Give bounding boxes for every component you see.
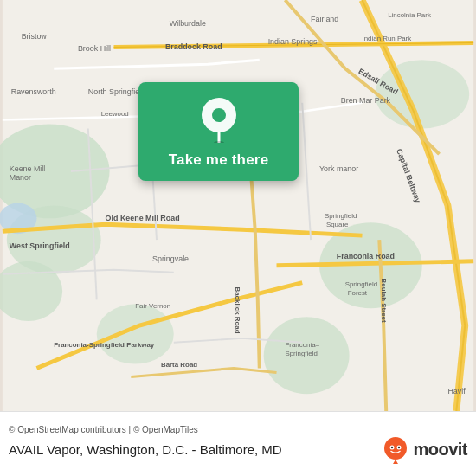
svg-point-5 [375, 60, 469, 128]
svg-text:Old Keene Mill Road: Old Keene Mill Road [106, 214, 180, 222]
svg-text:Beulah Street: Beulah Street [380, 279, 388, 323]
moovit-logo: moovit [382, 436, 467, 464]
map-background: Bristow Wilburdale Fairland Lincolnia Pa… [0, 0, 476, 411]
svg-text:West Springfield: West Springfield [10, 241, 70, 250]
svg-text:Bristow: Bristow [22, 32, 48, 41]
svg-text:Leewood: Leewood [101, 110, 129, 118]
location-card[interactable]: Take me there [138, 82, 299, 181]
svg-text:Springfield: Springfield [285, 350, 317, 357]
svg-text:Lincolnia Park: Lincolnia Park [388, 11, 431, 19]
svg-point-45 [214, 141, 224, 143]
svg-point-49 [391, 446, 393, 447]
svg-text:Square: Square [326, 221, 349, 228]
svg-point-44 [212, 108, 226, 122]
map-attribution: © OpenStreetMap contributors | © OpenMap… [9, 425, 467, 434]
svg-text:Springvale: Springvale [152, 254, 189, 263]
svg-text:Barta Road: Barta Road [161, 361, 197, 369]
svg-text:Springfield: Springfield [345, 281, 377, 289]
moovit-brand-icon [382, 436, 409, 464]
svg-text:Indian Run Park: Indian Run Park [362, 35, 411, 43]
svg-text:Ravensworth: Ravensworth [11, 87, 56, 96]
moovit-brand-text: moovit [413, 440, 467, 460]
svg-text:Fairland: Fairland [311, 15, 338, 23]
location-title: AVAIL Vapor, Washington, D.C. - Baltimor… [9, 442, 282, 457]
svg-point-46 [384, 437, 407, 460]
svg-text:Franconia-Springfield Parkway: Franconia-Springfield Parkway [54, 341, 155, 349]
svg-text:Bren Mar Park: Bren Mar Park [341, 96, 391, 105]
svg-text:Forest: Forest [348, 289, 368, 297]
svg-text:Springfield: Springfield [325, 212, 357, 220]
svg-text:Franconia Road: Franconia Road [337, 252, 395, 261]
location-title-row: AVAIL Vapor, Washington, D.C. - Baltimor… [9, 436, 467, 464]
svg-point-7 [97, 304, 174, 363]
svg-text:Wilburdale: Wilburdale [170, 19, 206, 28]
svg-text:North Springfield: North Springfield [88, 87, 145, 96]
svg-text:Manor: Manor [10, 173, 31, 182]
svg-text:Indian Springs: Indian Springs [268, 37, 318, 46]
svg-text:Fair Vernon: Fair Vernon [135, 302, 170, 310]
svg-text:Franconia–: Franconia– [285, 341, 319, 349]
svg-text:York manor: York manor [319, 164, 358, 173]
svg-text:Backlick Road: Backlick Road [234, 287, 241, 334]
location-pin-icon [200, 98, 238, 143]
svg-text:Havif: Havif [447, 387, 466, 396]
svg-text:Braddock Road: Braddock Road [165, 42, 222, 51]
svg-text:Brook Hill: Brook Hill [78, 44, 111, 53]
take-me-there-button[interactable]: Take me there [169, 151, 269, 169]
app: Bristow Wilburdale Fairland Lincolnia Pa… [0, 0, 476, 476]
map-container: Bristow Wilburdale Fairland Lincolnia Pa… [0, 0, 476, 411]
bottom-bar: © OpenStreetMap contributors | © OpenMap… [0, 411, 476, 476]
svg-point-50 [398, 446, 400, 447]
svg-text:Keene Mill: Keene Mill [10, 164, 46, 173]
